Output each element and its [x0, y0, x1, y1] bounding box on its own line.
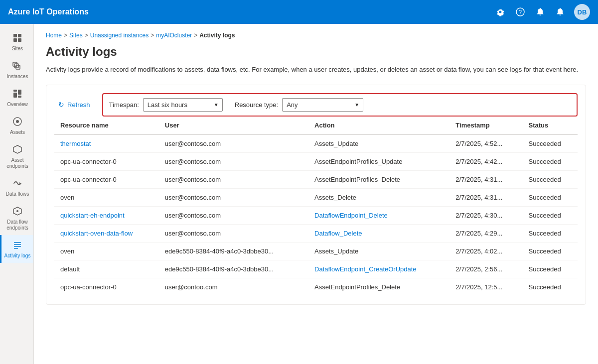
cell-action[interactable]: DataflowEndpoint_Delete [308, 206, 449, 224]
sidebar-asset-endpoints-label: Asset endpoints [3, 157, 31, 169]
resource-type-filter-group: Resource type: Any Asset AssetEndpointPr… [235, 98, 363, 112]
cell-resource-name[interactable]: quickstart-eh-endpoint [54, 206, 159, 224]
cell-action: AssetEndpointProfiles_Delete [308, 278, 449, 296]
data-flows-icon [11, 177, 23, 189]
cell-action: Assets_Update [308, 242, 449, 260]
cell-resource-name: oven [54, 188, 159, 206]
breadcrumb: Home > Sites > Unassigned instances > my… [46, 32, 586, 39]
cell-timestamp: 2/7/2025, 4:52... [449, 134, 522, 153]
top-navigation: Azure IoT Operations ? DB [0, 0, 598, 24]
table-header-row: Resource name User Action Timestamp Stat… [54, 117, 578, 134]
page-title: Activity logs [46, 45, 586, 59]
svg-rect-12 [18, 96, 21, 98]
breadcrumb-unassigned[interactable]: Unassigned instances [90, 32, 149, 39]
cell-status: Succeeded [523, 170, 578, 188]
data-flow-endpoints-icon [11, 205, 23, 217]
cell-user: user@contoo.com [159, 278, 308, 296]
sidebar-item-data-flow-endpoints[interactable]: Data flow endpoints [0, 201, 33, 235]
timespan-filter-group: Timespan: Last six hours Last hour Last … [109, 98, 223, 112]
sidebar-sites-label: Sites [12, 46, 23, 52]
cell-action[interactable]: Dataflow_Delete [308, 224, 449, 242]
app-title: Azure IoT Operations [8, 7, 89, 16]
settings-icon[interactable] [494, 6, 506, 18]
cell-user: user@contoso.com [159, 134, 308, 153]
cell-timestamp: 2/7/2025, 4:29... [449, 224, 522, 242]
timespan-select[interactable]: Last six hours Last hour Last 24 hours L… [143, 98, 223, 112]
cell-action: AssetEndpointProfiles_Delete [308, 170, 449, 188]
asset-endpoints-icon [11, 143, 23, 155]
breadcrumb-sites[interactable]: Sites [69, 32, 83, 39]
svg-point-14 [16, 120, 19, 123]
cell-timestamp: 2/7/2025, 4:02... [449, 242, 522, 260]
svg-marker-15 [13, 145, 21, 153]
cell-resource-name[interactable]: quickstart-oven-data-flow [54, 224, 159, 242]
timespan-select-wrapper: Last six hours Last hour Last 24 hours L… [143, 98, 223, 112]
user-avatar[interactable]: DB [574, 4, 590, 20]
cell-action[interactable]: DataflowEndpoint_CreateOrUpdate [308, 260, 449, 278]
sidebar-instances-label: Instances [7, 74, 28, 80]
resource-type-select-wrapper: Any Asset AssetEndpointProfile Dataflow … [282, 98, 363, 112]
svg-text:?: ? [519, 9, 522, 15]
timespan-label: Timespan: [109, 101, 139, 109]
resource-type-select[interactable]: Any Asset AssetEndpointProfile Dataflow … [282, 98, 363, 112]
sidebar-item-assets[interactable]: Assets [0, 112, 33, 139]
cell-status: Succeeded [523, 188, 578, 206]
sidebar-overview-label: Overview [7, 102, 28, 108]
main-layout: Sites Instances Overview Assets Asset en… [0, 24, 598, 364]
svg-rect-4 [13, 38, 17, 42]
table-row: thermostatuser@contoso.comAssets_Update2… [54, 134, 578, 153]
table-row: quickstart-eh-endpointuser@contoso.comDa… [54, 206, 578, 224]
col-resource-name: Resource name [54, 117, 159, 134]
cell-timestamp: 2/7/2025, 2:56... [449, 260, 522, 278]
cell-status: Succeeded [523, 260, 578, 278]
sidebar-item-overview[interactable]: Overview [0, 84, 33, 112]
cell-user: user@contoso.com [159, 152, 308, 170]
sidebar-item-data-flows[interactable]: Data flows [0, 173, 33, 201]
main-content: Home > Sites > Unassigned instances > my… [34, 24, 598, 364]
breadcrumb-cluster[interactable]: myAIOcluster [156, 32, 192, 39]
cell-resource-name: default [54, 260, 159, 278]
instances-icon [11, 60, 23, 72]
sidebar-data-flows-label: Data flows [6, 191, 29, 197]
sidebar-item-asset-endpoints[interactable]: Asset endpoints [0, 139, 33, 173]
cell-resource-name[interactable]: thermostat [54, 134, 159, 153]
toolbar-container: ↻ Refresh Timespan: Last six hours Last … [46, 85, 586, 305]
top-nav-icons: ? DB [494, 4, 590, 20]
col-user: User [159, 117, 308, 134]
cell-user: ede9c550-8384-40f9-a4c0-3dbbe30... [159, 260, 308, 278]
table-row: defaultede9c550-8384-40f9-a4c0-3dbbe30..… [54, 260, 578, 278]
svg-point-18 [16, 210, 18, 212]
cell-user: user@contoso.com [159, 188, 308, 206]
refresh-button[interactable]: ↻ Refresh [54, 99, 94, 111]
cell-user: user@contoso.com [159, 224, 308, 242]
col-status: Status [523, 117, 578, 134]
svg-rect-10 [13, 93, 17, 98]
cell-action: Assets_Update [308, 134, 449, 153]
sidebar-activity-logs-label: Activity logs [4, 253, 31, 259]
svg-rect-19 [14, 242, 21, 243]
cell-status: Succeeded [523, 206, 578, 224]
breadcrumb-home[interactable]: Home [46, 32, 62, 39]
activity-log-table: Resource name User Action Timestamp Stat… [54, 117, 578, 296]
bell-icon[interactable] [554, 6, 566, 18]
cell-user: user@contoso.com [159, 206, 308, 224]
col-timestamp: Timestamp [449, 117, 522, 134]
cell-user: ede9c550-8384-40f9-a4c0-3dbbe30... [159, 242, 308, 260]
sidebar-item-instances[interactable]: Instances [0, 56, 33, 84]
svg-rect-2 [13, 34, 17, 37]
notification-icon[interactable] [534, 6, 546, 18]
activity-logs-icon [11, 239, 23, 251]
svg-rect-9 [13, 90, 17, 92]
cell-timestamp: 2/7/2025, 4:42... [449, 152, 522, 170]
table-row: opc-ua-connector-0user@contoso.comAssetE… [54, 152, 578, 170]
cell-timestamp: 2/7/2025, 4:31... [449, 170, 522, 188]
help-icon[interactable]: ? [514, 6, 526, 18]
cell-action: AssetEndpointProfiles_Update [308, 152, 449, 170]
cell-resource-name: oven [54, 242, 159, 260]
cell-status: Succeeded [523, 278, 578, 296]
sidebar-item-activity-logs[interactable]: Activity logs [0, 235, 33, 263]
toolbar-row: ↻ Refresh Timespan: Last six hours Last … [54, 93, 578, 117]
sidebar-item-sites[interactable]: Sites [0, 28, 33, 56]
refresh-label: Refresh [67, 101, 90, 109]
table-row: opc-ua-connector-0user@contoo.comAssetEn… [54, 278, 578, 296]
